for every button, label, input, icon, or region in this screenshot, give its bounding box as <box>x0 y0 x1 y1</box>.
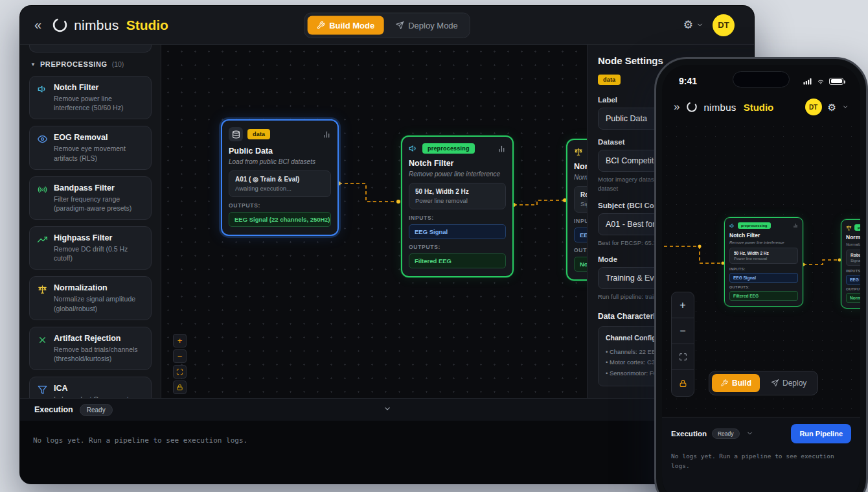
node-title: Normalization <box>846 234 860 240</box>
node-title: Normalization <box>574 162 587 171</box>
node-public-data[interactable]: data Public Data Load from public BCI da… <box>221 119 339 236</box>
database-icon <box>229 127 243 141</box>
build-mode-button[interactable]: Build Mode <box>307 16 383 34</box>
output-port[interactable]: Normalized EEG <box>574 257 587 272</box>
node-param-box: Robust Signal normalization <box>574 186 587 213</box>
phone-screen: 9:41 » nimbus Studio DT ⚙ <box>662 65 860 492</box>
node-param-box: 50 Hz, Width 2 Hz Power line removal <box>409 183 506 209</box>
scale-icon <box>37 283 47 312</box>
scale-icon <box>846 225 852 231</box>
zoom-in-button[interactable]: + <box>672 292 694 318</box>
inputs-label: INPUTS: <box>574 218 587 224</box>
node-notch-filter[interactable]: preprocessing Notch Filter Remove power … <box>401 135 514 277</box>
run-pipeline-button[interactable]: Run Pipeline <box>791 424 851 443</box>
canvas-zoom-controls: + − <box>671 292 694 397</box>
chevron-down-icon <box>696 21 703 29</box>
volume-icon <box>409 144 418 153</box>
lock-button[interactable] <box>672 370 694 396</box>
execution-log: No logs yet. Run a pipeline to see execu… <box>671 451 851 471</box>
sidebar-expand-button[interactable]: » <box>674 100 680 113</box>
output-port[interactable]: EEG Signal (22 channels, 250Hz) <box>229 212 331 227</box>
inputs-label: INPUTS: <box>846 269 860 273</box>
node-type-badge: data <box>598 75 621 85</box>
node-type-badge: preprocessing <box>854 224 860 231</box>
sidebar-item-highpass-filter[interactable]: Highpass FilterRemove DC drift (0.5 Hz c… <box>29 226 152 270</box>
eye-icon <box>37 133 47 162</box>
topbar-right: ⚙ DT <box>683 14 740 36</box>
deploy-mode-button[interactable]: Deploy Mode <box>386 16 467 34</box>
sidebar-collapse-button[interactable]: « <box>34 18 41 32</box>
node-title: Notch Filter <box>409 159 506 168</box>
volume-icon <box>37 83 47 112</box>
battery-icon <box>829 78 843 85</box>
fit-view-button[interactable] <box>173 365 187 379</box>
wrench-icon <box>720 379 728 387</box>
gear-icon[interactable]: ⚙ <box>828 102 836 112</box>
sidebar-item-bandpass-filter[interactable]: Bandpass FilterFilter frequency range (p… <box>29 176 152 220</box>
fit-view-button[interactable] <box>672 344 694 370</box>
user-avatar[interactable]: DT <box>805 99 822 115</box>
deploy-mode-button[interactable]: Deploy <box>762 374 815 392</box>
x-icon <box>37 334 47 363</box>
output-port[interactable]: Filtered EEG <box>409 253 506 268</box>
gear-icon: ⚙ <box>683 19 693 30</box>
node-param-box: Robust Signal normalization <box>846 250 860 266</box>
chart-icon[interactable] <box>497 145 506 153</box>
inputs-label: INPUTS: <box>729 267 798 271</box>
sidebar-item-normalization[interactable]: NormalizationNormalize signal amplitude … <box>29 276 152 320</box>
chevron-down-icon[interactable] <box>842 104 849 110</box>
sidebar-item-notch-filter[interactable]: Notch FilterRemove power line interferen… <box>29 76 152 119</box>
pipeline-canvas[interactable]: data Public Data Load from public BCI da… <box>161 45 587 398</box>
chart-icon[interactable] <box>323 130 331 139</box>
canvas-zoom-controls: + − <box>173 334 187 394</box>
logo-ring-icon <box>686 101 698 113</box>
input-port[interactable]: EEG Signal <box>729 273 798 283</box>
sidebar-section-preprocessing[interactable]: ▼ PREPROCESSING (10) <box>30 60 150 68</box>
main-row: ▼ PREPROCESSING (10) Notch FilterRemove … <box>20 45 754 398</box>
node-param-box: A01 ( ◎ Train & Eval) Awaiting execution… <box>229 170 331 197</box>
volume-icon <box>729 223 735 229</box>
desktop-topbar: « nimbus Studio Build Mode Deploy Mode ⚙ <box>20 6 754 45</box>
zoom-out-button[interactable]: − <box>173 349 187 363</box>
execution-log: No logs yet. Run a pipeline to see execu… <box>20 421 754 484</box>
output-port[interactable]: Filtered EEG <box>729 291 798 301</box>
chart-icon[interactable] <box>793 223 798 228</box>
node-title: Notch Filter <box>729 232 798 239</box>
node-notch-filter[interactable]: preprocessing Notch Filter Remove power … <box>724 217 803 307</box>
settings-menu-button[interactable]: ⚙ <box>683 19 703 30</box>
status-badge: Ready <box>712 428 740 439</box>
zoom-in-button[interactable]: + <box>173 334 187 347</box>
zoom-out-button[interactable]: − <box>672 318 694 344</box>
mode-switch: Build Deploy <box>709 371 818 395</box>
input-port[interactable]: EEG Signal <box>409 224 506 239</box>
build-mode-button[interactable]: Build <box>712 374 760 392</box>
node-normalization[interactable]: preprocessing Normalization Normalize si… <box>566 139 587 281</box>
phone-header: » nimbus Studio DT ⚙ <box>662 92 860 122</box>
output-port[interactable]: Normalized EEG <box>846 293 860 303</box>
sidebar-item-ica[interactable]: ICAIndependent Component Analysis (FastI… <box>29 377 152 398</box>
user-avatar[interactable]: DT <box>713 14 735 36</box>
phone-mockup: 9:41 » nimbus Studio DT ⚙ <box>654 57 868 492</box>
collapse-chevron-icon[interactable] <box>746 428 753 439</box>
sidebar-item-eog-removal[interactable]: EOG RemovalRemove eye movement artifacts… <box>29 126 152 169</box>
mode-switch: Build Mode Deploy Mode <box>304 12 470 38</box>
status-badge: Ready <box>80 404 113 416</box>
broadcast-icon <box>37 183 47 213</box>
outputs-label: OUTPUTS: <box>729 285 798 289</box>
phone-pipeline-canvas[interactable]: preprocessing Notch Filter Remove power … <box>662 122 860 417</box>
node-normalization[interactable]: preprocessing Normalization Normalize si… <box>841 219 860 309</box>
sidebar-item-artifact-rejection[interactable]: Artifact RejectionRemove bad trials/chan… <box>29 327 152 370</box>
wifi-icon <box>816 77 825 85</box>
lock-button[interactable] <box>173 381 187 394</box>
node-desc: Remove power line interference <box>409 170 506 178</box>
node-type-badge: preprocessing <box>422 143 475 154</box>
desktop-app-window: « nimbus Studio Build Mode Deploy Mode ⚙ <box>19 5 755 484</box>
sidebar-item-partial[interactable] <box>29 45 152 53</box>
outputs-label: OUTPUTS: <box>409 244 506 250</box>
rocket-icon <box>771 379 779 387</box>
collapse-chevron-icon[interactable] <box>383 404 391 416</box>
inputs-label: INPUTS: <box>409 215 506 221</box>
execution-panel: Execution Ready Run Pipeline No logs yet… <box>662 417 860 492</box>
input-port[interactable]: EEG Signal <box>574 228 587 242</box>
input-port[interactable]: EEG Signal <box>846 275 860 285</box>
